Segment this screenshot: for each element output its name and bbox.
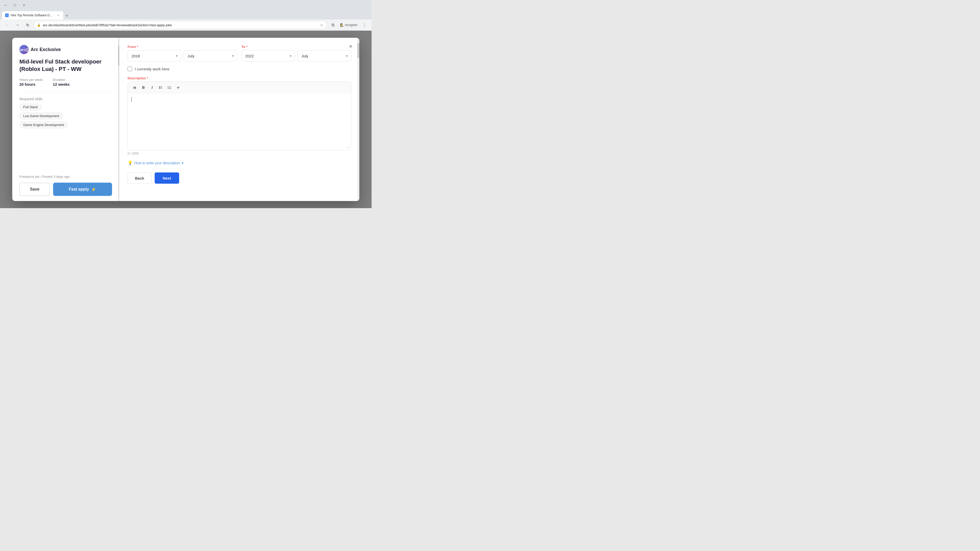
skills-list: Full Stack Lua Game Development Game Eng… <box>19 103 112 128</box>
modal-right-panel: From * 2015 2016 2017 2018 2019 <box>119 38 360 201</box>
to-month-select[interactable]: JanuaryFebruaryMarch AprilMayJune JulyAu… <box>298 50 351 62</box>
how-to-write-toggle[interactable]: 💡 How to write your description ▾ <box>127 160 351 165</box>
job-meta-row: Hours per week 20 hours Duration 12 week… <box>19 78 112 86</box>
to-label: To * <box>242 45 351 49</box>
browser-titlebar: ─ □ × <box>0 0 372 10</box>
from-date-group: From * 2015 2016 2017 2018 2019 <box>127 45 237 62</box>
window-controls: ─ □ × <box>2 2 27 9</box>
duration-label: Duration <box>53 78 70 82</box>
heading-button[interactable]: H <box>131 84 138 91</box>
currently-work-label: I currently work here <box>135 67 169 71</box>
text-cursor <box>131 97 132 102</box>
char-count: 0 / 2000 <box>127 152 351 156</box>
modal-overlay: × arc() Arc Exclusive Mid-level Ful Stac… <box>0 30 372 208</box>
from-label: From * <box>127 45 237 49</box>
bold-button[interactable]: B <box>140 84 147 91</box>
address-text: arc.dev/dashboard/d/verified-jobs/kdb78f… <box>43 23 318 27</box>
how-to-expand-icon: ▾ <box>182 161 183 165</box>
from-year-wrapper: 2015 2016 2017 2018 2019 2020 2021 2022 … <box>127 50 181 62</box>
arc-exclusive-text: Arc Exclusive <box>30 47 61 52</box>
modal-close-button[interactable]: × <box>346 42 355 51</box>
italic-button[interactable]: I <box>148 84 156 91</box>
svg-rect-3 <box>160 87 162 88</box>
hours-value: 20 hours <box>19 82 43 86</box>
svg-point-0 <box>159 86 160 87</box>
modal-left-panel: arc() Arc Exclusive Mid-level Ful Stack … <box>12 38 119 201</box>
link-button[interactable] <box>174 84 182 91</box>
from-year-select[interactable]: 2015 2016 2017 2018 2019 2020 2021 2022 <box>127 50 181 62</box>
skill-tag-fullstack: Full Stack <box>19 103 41 110</box>
tab-close-button[interactable]: × <box>56 13 60 17</box>
lightbulb-icon: 💡 <box>127 160 133 165</box>
active-tab[interactable]: A Hire Top Remote Software Dev... × <box>2 11 63 19</box>
how-to-write-label: How to write your description <box>134 161 180 165</box>
to-year-select[interactable]: 2018 2019 2020 2021 2022 2023 <box>242 50 295 62</box>
browser-menu-button[interactable]: ⋮ <box>360 21 369 29</box>
to-month-wrapper: JanuaryFebruaryMarch AprilMayJune JulyAu… <box>298 50 351 62</box>
extensions-button[interactable]: ⧉ <box>329 21 337 29</box>
svg-point-2 <box>159 87 160 88</box>
right-scrollbar <box>357 38 360 201</box>
required-skills-label: Required skills <box>19 97 112 101</box>
arc-exclusive-badge: arc() Arc Exclusive <box>19 45 112 54</box>
from-selects-row: 2015 2016 2017 2018 2019 2020 2021 2022 … <box>127 50 237 62</box>
left-scrollbar <box>118 38 119 201</box>
svg-rect-5 <box>160 88 162 89</box>
skill-tag-lua: Lua Game Development <box>19 113 63 119</box>
job-title: Mid-level Ful Stack developoer (Roblox L… <box>19 58 112 73</box>
minimize-button[interactable]: ─ <box>2 2 9 9</box>
fast-apply-label: Fast apply <box>69 187 89 192</box>
left-scrollbar-thumb <box>118 45 119 66</box>
from-required-star: * <box>137 45 138 49</box>
right-scrollbar-thumb <box>357 43 360 58</box>
new-tab-button[interactable]: + <box>63 12 70 19</box>
save-button[interactable]: Save <box>19 183 50 196</box>
close-window-button[interactable]: × <box>21 2 27 9</box>
from-month-select[interactable]: JanuaryFebruaryMarch AprilMayJune JulyAu… <box>184 50 237 62</box>
resize-icon: ⤡ <box>346 145 349 149</box>
fast-apply-button[interactable]: Fast apply ⚡ <box>53 183 112 196</box>
incognito-badge: 🕵 Incognito <box>338 22 360 28</box>
forward-nav-button[interactable]: → <box>13 21 21 29</box>
maximize-button[interactable]: □ <box>11 2 18 9</box>
editor-resize-handle[interactable]: ⤡ <box>128 144 351 150</box>
arc-badge-icon: arc() <box>19 45 29 54</box>
hours-meta: Hours per week 20 hours <box>19 78 43 86</box>
incognito-label: Incognito <box>345 23 357 27</box>
svg-rect-7 <box>169 86 171 87</box>
desc-required-star: * <box>147 76 148 80</box>
incognito-icon: 🕵 <box>340 23 344 27</box>
tab-title: Hire Top Remote Software Dev... <box>11 14 54 17</box>
to-date-group: To * 2018 2019 2020 2021 2022 <box>242 45 351 62</box>
currently-work-checkbox-row: I currently work here <box>127 67 351 71</box>
svg-text:3.: 3. <box>168 88 169 89</box>
job-footer-info: Freelance job / Posted 3 days ago <box>19 175 112 179</box>
bullet-list-button[interactable] <box>157 84 165 91</box>
description-editor: H B I <box>127 82 351 150</box>
to-selects-row: 2018 2019 2020 2021 2022 2023 ▼ <box>242 50 351 62</box>
modal-dialog: × arc() Arc Exclusive Mid-level Ful Stac… <box>12 38 360 201</box>
page-background: × arc() Arc Exclusive Mid-level Ful Stac… <box>0 30 372 208</box>
modal-left-actions: Save Fast apply ⚡ <box>19 183 112 196</box>
hours-label: Hours per week <box>19 78 43 82</box>
date-row: From * 2015 2016 2017 2018 2019 <box>127 45 351 62</box>
toolbar-right: ⧉ 🕵 Incognito ⋮ <box>329 21 369 29</box>
next-button[interactable]: Next <box>155 172 180 184</box>
browser-chrome: ─ □ × A Hire Top Remote Software Dev... … <box>0 0 372 30</box>
form-actions: Back Next <box>127 172 351 184</box>
bookmark-icon[interactable]: ☆ <box>320 23 323 27</box>
description-text-area[interactable] <box>128 94 351 144</box>
address-bar-row: ← → ↻ 🔒 arc.dev/dashboard/d/verified-job… <box>0 19 372 30</box>
address-bar[interactable]: 🔒 arc.dev/dashboard/d/verified-jobs/kdb7… <box>34 21 327 29</box>
ordered-list-button[interactable]: 1. 2. 3. <box>165 84 173 91</box>
reload-button[interactable]: ↻ <box>24 21 32 29</box>
to-required-star: * <box>246 45 248 49</box>
fast-apply-icon: ⚡ <box>91 187 96 192</box>
back-button[interactable]: Back <box>127 172 151 184</box>
back-nav-button[interactable]: ← <box>3 21 11 29</box>
currently-work-checkbox[interactable] <box>127 67 132 71</box>
description-section: Description * H B I <box>127 76 351 156</box>
duration-value: 12 weeks <box>53 82 70 86</box>
to-year-wrapper: 2018 2019 2020 2021 2022 2023 ▼ <box>242 50 295 62</box>
editor-toolbar: H B I <box>128 82 351 94</box>
